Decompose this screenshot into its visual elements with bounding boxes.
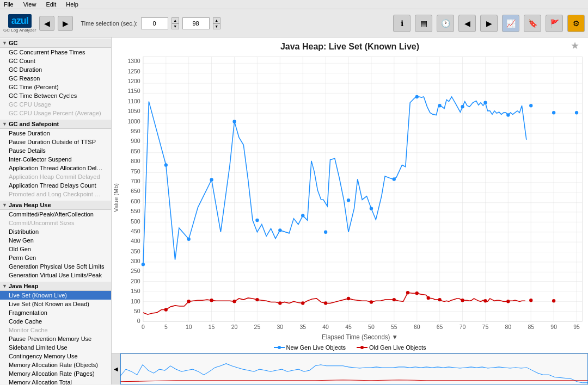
nav-forward-button[interactable]: ▶ (58, 16, 73, 31)
sidebar-item-gc-concurrent[interactable]: GC Concurrent Phase Times (0, 48, 111, 57)
sidebar-item-gc-duration[interactable]: GC Duration (0, 65, 111, 74)
spin-up2[interactable]: ▲ (213, 17, 220, 23)
svg-point-130 (438, 298, 441, 301)
svg-text:900: 900 (131, 138, 140, 144)
svg-point-127 (406, 291, 409, 294)
sidebar-item-contingency[interactable]: Contingency Memory Use (0, 352, 111, 361)
sidebar-item-live-set-dead[interactable]: Live Set (Not Known as Dead) (0, 300, 111, 308)
sidebar-item-code-cache[interactable]: Code Cache (0, 317, 111, 326)
sidebar-section-java-heap-header[interactable]: ▼ Java Heap (0, 282, 111, 291)
clock-button[interactable]: 🕐 (437, 15, 454, 32)
svg-point-120 (255, 298, 259, 301)
sidebar-section-gc-header[interactable]: ▼ GC (0, 39, 111, 48)
sidebar-item-alloc-rate-obj[interactable]: Memory Allocation Rate (Objects) (0, 361, 111, 369)
sidebar-item-app-thread-alloc[interactable]: Application Thread Allocation Delays (0, 164, 109, 172)
sidebar-section-heap-use-label: Java Heap Use (9, 202, 51, 208)
main-chart-svg: .grid-line { stroke: #e0e0e0; stroke-wid… (120, 54, 588, 342)
sidebar-item-gc-time-pct[interactable]: GC Time (Percent) (0, 83, 111, 91)
sidebar-section-heap-use-header[interactable]: ▼ Java Heap Use (0, 201, 111, 210)
info-button[interactable]: ℹ (393, 15, 411, 32)
svg-point-112 (506, 113, 510, 116)
menu-view[interactable]: View (22, 1, 38, 8)
svg-point-97 (164, 163, 168, 166)
time-start-spinner[interactable]: ▲ ▼ (171, 17, 179, 29)
nav-back-button[interactable]: ◀ (39, 16, 54, 31)
svg-text:450: 450 (131, 228, 140, 234)
sidebar-item-gc-time-cycles[interactable]: GC Time Between Cycles (0, 91, 111, 100)
svg-text:55: 55 (391, 324, 397, 330)
time-end-spinner[interactable]: ▲ ▼ (213, 17, 220, 29)
toolbar: azul GC Log Analyzer ◀ ▶ Time selection … (0, 9, 588, 38)
sidebar-item-pause-ttsp[interactable]: Pause Duration Outside of TTSP (0, 138, 111, 146)
sidebar-item-alloc-total[interactable]: Memory Allocation Total (0, 378, 111, 384)
sidebar-section-safepoint-label: GC and Safepoint (9, 121, 59, 127)
svg-point-104 (324, 230, 327, 233)
sidebar-section-safepoint-header[interactable]: ▼ GC and Safepoint (0, 120, 111, 129)
time-end-input[interactable] (182, 17, 210, 29)
sidebar-item-pause-prev[interactable]: Pause Prevention Memory Use (0, 334, 111, 343)
svg-point-117 (187, 300, 191, 303)
prev-button[interactable]: ◀ (458, 15, 476, 32)
sidebar-item-app-thread-count[interactable]: Application Thread Delays Count (0, 181, 111, 190)
sidebar-item-pause-dur[interactable]: Pause Duration (0, 129, 111, 138)
svg-text:700: 700 (131, 178, 140, 184)
menubar: File View Edit Help (0, 0, 588, 9)
svg-point-102 (278, 228, 281, 232)
sidebar-item-sideband[interactable]: Sideband Limited Use (0, 343, 111, 352)
spin-up[interactable]: ▲ (171, 17, 179, 23)
sidebar-item-gc-cpu-avg: GC CPU Usage Percent (Average) (0, 109, 111, 117)
svg-point-105 (347, 198, 350, 202)
spin-down[interactable]: ▼ (171, 23, 179, 29)
flag-button[interactable]: 🚩 (546, 15, 563, 32)
chart-button[interactable]: 📈 (502, 15, 519, 32)
java-heap-triangle-icon: ▼ (2, 283, 7, 289)
svg-text:15: 15 (209, 324, 215, 330)
sidebar-item-gen-phys[interactable]: Generation Physical Use Soft Limits (0, 262, 109, 271)
svg-text:5: 5 (164, 324, 168, 330)
logo-text: azul (8, 14, 32, 28)
sidebar-item-old-gen[interactable]: Old Gen (0, 245, 111, 253)
menu-help[interactable]: Help (64, 1, 80, 8)
logo-subtitle: GC Log Analyzer (3, 28, 36, 33)
svg-point-122 (301, 301, 304, 305)
chart-bookmark-icon[interactable]: ★ (571, 40, 579, 52)
next-button[interactable]: ▶ (480, 15, 498, 32)
sidebar-item-gc-reason[interactable]: GC Reason (0, 74, 111, 83)
sidebar-item-gen-virt[interactable]: Generation Virtual Use Limits/Peak (0, 271, 109, 280)
svg-text:50: 50 (368, 324, 375, 330)
time-start-input[interactable] (141, 17, 168, 29)
svg-text:650: 650 (131, 188, 140, 194)
sidebar-section-gc-label: GC (9, 40, 18, 46)
svg-text:35: 35 (299, 324, 306, 330)
sidebar-item-inter-collector[interactable]: Inter-Collector Suspend (0, 155, 111, 164)
svg-text:45: 45 (345, 324, 352, 330)
svg-point-126 (393, 298, 396, 301)
sidebar-item-perm-gen[interactable]: Perm Gen (0, 253, 111, 262)
bookmark-button[interactable]: 🔖 (524, 15, 541, 32)
sidebar-item-pause-details[interactable]: Pause Details (0, 146, 111, 155)
legend-new-gen-label: New Gen Live Objects (286, 344, 346, 351)
sidebar-item-new-gen[interactable]: New Gen (0, 236, 111, 245)
svg-text:250: 250 (131, 268, 140, 274)
chart-legend: New Gen Live Objects Old Gen Live Object… (112, 342, 588, 353)
chart-title: Java Heap: Live Set (Known Live) (112, 38, 588, 54)
chart-title-container: Java Heap: Live Set (Known Live) ★ (112, 38, 588, 54)
svg-point-129 (427, 296, 430, 300)
main-layout: ▼ GC GC Concurrent Phase Times GC Count … (0, 38, 588, 384)
sidebar-item-alloc-rate-pages[interactable]: Memory Allocation Rate (Pages) (0, 369, 111, 378)
menu-edit[interactable]: Edit (44, 1, 58, 8)
settings-button[interactable]: ⚙ (567, 15, 585, 32)
svg-point-111 (483, 101, 487, 104)
table-button[interactable]: ▤ (415, 15, 432, 32)
sidebar-item-live-set-known[interactable]: Live Set (Known Live) (0, 291, 111, 300)
svg-text:1100: 1100 (127, 98, 140, 104)
sidebar-item-fragmentation[interactable]: Fragmentation (0, 308, 111, 317)
sidebar-item-committed-peak[interactable]: Committed/Peak/AfterCollection (0, 210, 111, 219)
spin-down2[interactable]: ▼ (213, 23, 220, 29)
sidebar-item-distribution[interactable]: Distribution (0, 227, 111, 236)
mini-chart-left-arrow[interactable]: ◀ (112, 353, 120, 384)
svg-text:95: 95 (573, 324, 580, 330)
menu-file[interactable]: File (2, 1, 15, 8)
sidebar-item-gc-count[interactable]: GC Count (0, 57, 111, 65)
svg-point-100 (232, 120, 236, 123)
